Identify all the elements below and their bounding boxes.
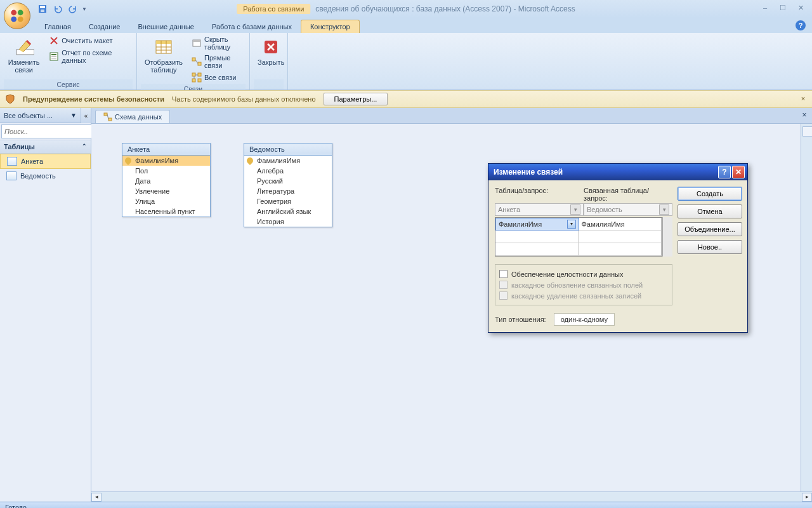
undo-icon[interactable] — [51, 2, 65, 16]
qat-customize-icon[interactable]: ▼ — [81, 2, 88, 16]
checkbox-icon — [499, 291, 508, 300]
checkbox-icon — [499, 270, 508, 278]
label-related-table: Связанная таблица/запрос: — [584, 187, 672, 202]
create-button[interactable]: Создать — [678, 187, 742, 201]
tab-external-data[interactable]: Внешние данные — [129, 20, 203, 33]
table-field[interactable]: Английский язык — [244, 206, 332, 217]
svg-rect-20 — [193, 40, 200, 42]
table-field[interactable]: Алгебра — [244, 166, 332, 176]
grid-cell-empty[interactable] — [495, 243, 579, 256]
maximize-button[interactable]: ☐ — [775, 3, 790, 13]
ribbon: Изменить связи Очистить макет Отчет по с… — [0, 33, 812, 90]
nav-collapse-button[interactable]: « — [81, 108, 91, 123]
horizontal-scrollbar[interactable]: ◂ ▸ — [91, 491, 812, 502]
table-field[interactable]: Литература — [244, 186, 332, 196]
table-field[interactable]: Улица — [122, 196, 210, 206]
table-field[interactable]: Геометрия — [244, 196, 332, 206]
security-options-button[interactable]: Параметры... — [324, 93, 388, 105]
cancel-button[interactable]: Отмена — [678, 204, 742, 218]
table-box-anketa[interactable]: Анкета ФамилияИмя Пол Дата Увлечение Ули… — [122, 143, 211, 217]
ribbon-tabstrip: Главная Создание Внешние данные Работа с… — [0, 18, 812, 33]
relationship-report-button[interactable]: Отчет по схеме данных — [46, 48, 133, 65]
office-button[interactable] — [4, 3, 30, 29]
help-icon[interactable]: ? — [796, 20, 806, 30]
table-icon — [6, 171, 16, 180]
nav-header-label: Все объекты ... — [4, 112, 53, 119]
nav-search-input[interactable] — [1, 124, 96, 138]
nav-item-vedomost[interactable]: Ведомость — [0, 169, 91, 183]
combo-right-value: Ведомость — [587, 206, 622, 213]
shield-icon — [5, 94, 15, 104]
combo-left-table[interactable]: Анкета▾ — [495, 203, 584, 216]
dialog-close-button[interactable]: ✕ — [732, 166, 745, 178]
table-field[interactable]: Русский — [244, 176, 332, 186]
tab-database-tools[interactable]: Работа с базами данных — [203, 20, 301, 33]
grid-cell-left-field[interactable]: ФамилияИмя▾ — [495, 218, 579, 231]
doc-close-button[interactable]: × — [799, 110, 809, 121]
grid-cell-right-field[interactable]: ФамилияИмя — [579, 218, 662, 231]
tab-home[interactable]: Главная — [36, 20, 80, 33]
table-field[interactable]: Населенный пункт — [122, 206, 210, 217]
combo-right-table[interactable]: Ведомость▾ — [584, 203, 672, 216]
close-design-button[interactable]: Закрыть — [254, 34, 288, 69]
save-icon[interactable] — [36, 2, 49, 16]
show-table-button[interactable]: Отобразить таблицу — [141, 34, 187, 76]
table-box-vedomost[interactable]: Ведомость ФамилияИмя Алгебра Русский Лит… — [244, 143, 332, 227]
table-field[interactable]: Пол — [122, 166, 210, 176]
svg-rect-33 — [104, 113, 107, 116]
hide-table-button[interactable]: Скрыть таблицу — [189, 34, 246, 52]
new-button[interactable]: Новое.. — [678, 240, 742, 254]
tab-design[interactable]: Конструктор — [301, 20, 360, 33]
table-field-pk[interactable]: ФамилияИмя — [122, 156, 210, 166]
navigation-pane: Все объекты ... ▼ « Таблицы ⌃ Анкета Вед… — [0, 108, 91, 502]
integrity-options: Обеспечение целостности данных каскадное… — [495, 264, 672, 305]
direct-relationships-button[interactable]: Прямые связи — [189, 53, 246, 70]
svg-point-3 — [11, 17, 16, 22]
nav-item-anketa[interactable]: Анкета — [0, 154, 91, 169]
direct-relationships-label: Прямые связи — [204, 54, 243, 69]
nav-category-tables[interactable]: Таблицы ⌃ — [0, 140, 91, 154]
close-button[interactable]: ✕ — [793, 3, 808, 13]
check-cascade-delete: каскадное удаление связанных записей — [499, 290, 668, 301]
grid-cell-empty[interactable] — [579, 231, 662, 243]
dialog-help-button[interactable]: ? — [718, 166, 731, 178]
grid-scrollbar[interactable] — [662, 217, 672, 257]
relationships-canvas[interactable]: Анкета ФамилияИмя Пол Дата Увлечение Ули… — [91, 123, 812, 491]
check-enforce-integrity[interactable]: Обеспечение целостности данных — [499, 269, 668, 279]
table-field[interactable]: История — [244, 217, 332, 227]
all-relationships-button[interactable]: Все связи — [189, 71, 246, 84]
edit-relationships-button[interactable]: Изменить связи — [4, 34, 44, 76]
tab-create[interactable]: Создание — [80, 20, 129, 33]
dialog-titlebar[interactable]: Изменение связей ? ✕ — [488, 164, 747, 180]
scroll-left-icon[interactable]: ◂ — [91, 493, 102, 502]
doc-tab-schema[interactable]: Схема данных — [95, 110, 170, 123]
relationship-report-label: Отчет по схеме данных — [62, 49, 130, 64]
collapse-icon: ⌃ — [82, 143, 87, 150]
scroll-right-icon[interactable]: ▸ — [802, 493, 812, 502]
table-field-pk[interactable]: ФамилияИмя — [244, 156, 332, 166]
svg-rect-6 — [40, 6, 45, 8]
relationship-type-label: Тип отношения: — [495, 316, 546, 323]
grid-cell-empty[interactable] — [495, 231, 579, 243]
security-close-icon[interactable]: × — [798, 95, 808, 105]
table-field[interactable]: Увлечение — [122, 186, 210, 196]
status-text: Готово — [5, 504, 27, 508]
svg-point-0 — [10, 8, 25, 24]
minimize-button[interactable]: – — [757, 3, 773, 13]
clear-layout-button[interactable]: Очистить макет — [46, 34, 133, 47]
table-field[interactable]: Дата — [122, 176, 210, 186]
svg-rect-7 — [41, 10, 44, 12]
svg-line-23 — [195, 60, 198, 64]
security-title: Предупреждение системы безопасности — [23, 95, 164, 103]
svg-point-2 — [18, 10, 23, 15]
nav-header[interactable]: Все объекты ... ▼ — [0, 108, 81, 123]
grid-cell-empty[interactable] — [579, 243, 662, 256]
redo-icon[interactable] — [66, 2, 80, 16]
svg-rect-14 — [156, 41, 171, 44]
vertical-scrollbar[interactable] — [801, 124, 812, 491]
join-type-button[interactable]: Объединение... — [678, 222, 742, 236]
edit-relationships-label: Изменить связи — [8, 58, 40, 74]
table-title: Анкета — [122, 144, 210, 156]
security-message: Часть содержимого базы данных отключено — [172, 95, 316, 103]
svg-rect-27 — [198, 79, 201, 82]
